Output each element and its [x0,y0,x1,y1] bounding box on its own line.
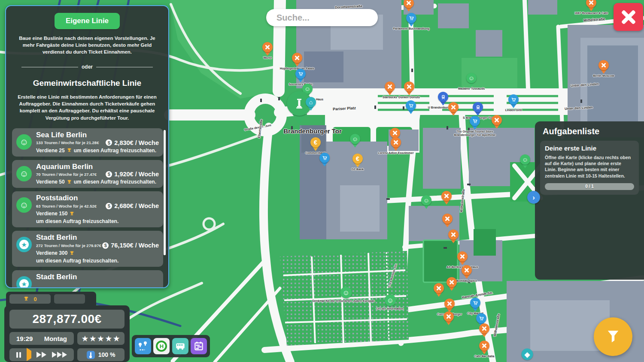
contract-name: Poststadion [36,194,159,202]
marker-label: Parlament Buchhandlung [393,27,430,30]
contract-card[interactable]: ☺ Poststadion 63 Touren / Woche für je 4… [12,191,163,227]
street-label: Brandenburger Tor [283,127,342,135]
bus-stop-button[interactable]: H [153,338,170,354]
star-icon: ★ [113,335,120,343]
line-creation-panel: Eigene Linie Baue eine Buslinie nach dei… [5,5,169,288]
search-input[interactable] [276,12,368,23]
contract-card[interactable]: ★ Stadt Berlin [12,270,163,288]
contract-name: Aquarium Berlin [36,163,159,171]
money-display: 287,877.00€ [9,310,125,329]
task-description: Öffne die Karte (klicke dazu rechts oben… [545,154,634,179]
fuel-value: 100 % [98,351,115,358]
or-divider: oder [21,64,153,70]
street-label: Denkmal für die ermordeten Juden Europas [312,299,374,302]
bottom-hud: 0 287,877.00€ 19:29 Montag ★★★★★ [4,292,130,362]
trophy-counter[interactable]: 0 [9,294,51,304]
contract-payout: 76,150€ / Woche [111,242,159,249]
marker-label: The Original Tourist Store Brandenburger… [451,130,498,137]
panel-expand-button[interactable]: › [527,191,540,204]
own-line-button[interactable]: Eigene Linie [55,13,120,29]
secondary-counter[interactable] [54,294,85,304]
community-line-description: Erstelle eine Linie mit bestimmten Anfor… [15,94,160,121]
contract-list: ☺ Sea Life Berlin 133 Touren / Woche für… [12,128,163,262]
clock-display: 19:29 Montag [9,332,74,345]
contract-card[interactable]: ★ Stadt Berlin 272 Touren / Woche für je… [12,231,163,267]
trophy-icon [69,211,75,217]
contract-icon: ☺ [16,197,32,213]
task-list-title: Aufgabenliste [543,127,636,136]
funnel-icon [604,328,622,346]
trophy-icon [67,148,72,153]
close-button[interactable] [614,3,643,31]
task-title: Deine erste Linie [545,145,634,152]
bus-fleet-button[interactable] [172,338,188,354]
day-value: Montag [44,335,67,342]
coin-icon: $ [106,139,112,146]
star-icon: ★ [82,335,88,343]
coin-icon: $ [106,203,112,209]
contract-payout: 2,680€ / Woche [114,202,159,209]
map-filter-button[interactable] [594,317,632,356]
marker-label: DZ Bank [352,168,364,171]
marker-label: Starbucks [383,96,397,99]
own-line-description: Baue eine Buslinie nach deinen eigenen V… [15,35,160,55]
contract-name: Stadt Berlin [36,234,159,241]
trophy-icon [23,296,29,302]
marker-label: Bombay Spice [456,279,477,283]
contract-unlock-text: Verdiene 150 um diesen Auftrag freizusch… [36,211,159,224]
star-icon: ★ [97,335,104,343]
marker-label: Lorenz Adlon Esszimmer [378,151,413,155]
play-button[interactable] [27,351,31,359]
schedule-button[interactable] [191,338,207,354]
fastest-forward-button[interactable] [52,352,67,358]
contract-payout: 1,920€ / Woche [114,171,159,178]
bus-icon [175,341,186,352]
task-card[interactable]: Deine erste Linie Öffne die Karte (klick… [540,141,639,195]
star-icon: ★ [106,335,112,343]
contract-details: 133 Touren / Woche für je 21.28€ [36,140,99,145]
game-viewport: WurstHopfingerbräu im PalaisSouvenirs Be… [0,0,644,362]
contract-name: Stadt Berlin [36,273,159,281]
community-line-title: Gemeinwirtschaftliche Linie [12,78,162,88]
rating-display: ★★★★★ [77,332,125,345]
search-bar [266,9,378,26]
fast-forward-button[interactable] [36,352,46,358]
trophy-icon [69,250,75,256]
contract-icon: ★ [16,237,32,252]
hud-main-panel: 287,877.00€ 19:29 Montag ★★★★★ 100 [4,305,130,362]
pause-button[interactable] [16,352,21,358]
map-marker-badge[interactable]: ☺ [340,287,352,299]
fuel-display: 100 % [77,348,125,361]
task-progress-value: 0 / 1 [585,184,593,189]
contract-card[interactable]: ☺ Aquarium Berlin 70 Touren / Woche für … [12,160,163,188]
contract-icon: ☺ [16,134,32,150]
contract-details: 272 Touren / Woche für je 279.97€ [36,243,101,248]
contract-payout: 2,830€ / Woche [114,139,159,146]
route-planner-button[interactable] [135,338,151,354]
thermometer-icon [87,351,95,359]
marker-label: Madame Tussauds [458,87,485,90]
coin-icon: $ [102,242,109,249]
street-label: Ort der Information [376,307,404,310]
marker-label: Berlin Moscow [593,74,614,78]
map-marker-badge[interactable]: ☺ [385,295,396,306]
contract-unlock-text: Verdiene 50 um diesen Auftrag freizuscha… [36,179,159,185]
contract-details: 70 Touren / Woche für je 27.47€ [36,172,97,177]
contract-icon: ★ [16,276,32,288]
contract-unlock-text: Verdiene 300 um diesen Auftrag freizusch… [36,250,159,264]
contract-scrollbar[interactable] [164,130,166,255]
task-list-panel: Aufgabenliste Deine erste Linie Öffne di… [535,121,644,280]
marker-label: 1687 Restaurant & Café [574,12,608,15]
route-icon [137,341,149,352]
map-marker-grad[interactable]: ◆ [522,349,533,360]
contract-details: 63 Touren / Woche für je 42.52€ [36,204,97,208]
time-value: 19:29 [16,335,33,342]
badges-bar: 0 [6,292,96,306]
marker-label: Café Bar Italia [474,355,495,358]
coin-icon: $ [106,171,112,178]
schedule-icon [193,341,204,352]
star-icon: ★ [90,335,96,343]
contract-card[interactable]: ☺ Sea Life Berlin 133 Touren / Woche für… [12,128,163,157]
trophy-count: 0 [33,296,36,302]
marker-label: Linden Grill [505,109,522,112]
